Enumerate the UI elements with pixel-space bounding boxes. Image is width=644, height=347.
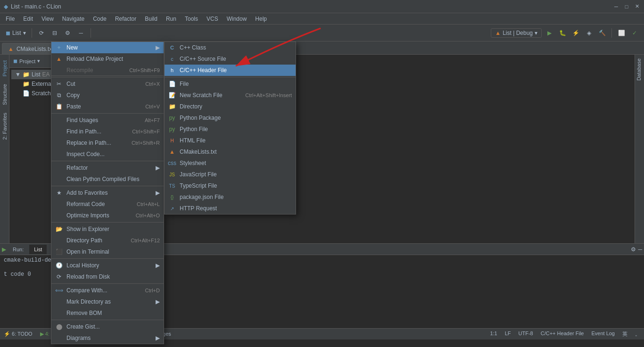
ctx-optimize[interactable]: Optimize Imports Ctrl+Alt+O xyxy=(51,210,164,221)
compare-icon: ⟺ xyxy=(55,287,63,294)
menu-navigate[interactable]: Navigate xyxy=(58,15,88,23)
ctx-replace-path[interactable]: Replace in Path... Ctrl+Shift+R xyxy=(51,137,164,149)
sep8 xyxy=(51,320,164,320)
ctx-diagrams[interactable]: Diagrams ▶ xyxy=(51,332,164,344)
ctx-mark-dir[interactable]: Mark Directory as ▶ xyxy=(51,296,164,307)
sep1 xyxy=(51,77,164,77)
compare-shortcut: Ctrl+D xyxy=(145,288,160,293)
sidebar-project[interactable]: Project xyxy=(1,57,8,80)
menu-help[interactable]: Help xyxy=(251,15,271,23)
sidebar-favorites[interactable]: 2: Favorites xyxy=(1,109,8,143)
submenu-python-file[interactable]: py Python File xyxy=(165,124,296,135)
ctx-copy[interactable]: ⧉ Copy xyxy=(51,90,164,101)
sidebar-database[interactable]: Database xyxy=(635,55,644,84)
minimize-panel-button[interactable]: ─ xyxy=(75,27,87,39)
status-event-log[interactable]: Event Log xyxy=(591,330,615,338)
mark-dir-arrow: ▶ xyxy=(156,298,160,305)
submenu-package-json-label: package.json File xyxy=(180,194,223,200)
sync-button[interactable]: ⟳ xyxy=(36,27,47,39)
profile-button[interactable]: ◈ xyxy=(583,27,594,39)
bottom-tab-run[interactable]: Run: xyxy=(8,245,28,254)
refactor-arrow: ▶ xyxy=(156,165,160,171)
submenu-cmake[interactable]: ▲ CMakeLists.txt xyxy=(165,146,296,157)
ctx-gist[interactable]: ⬤ Create Gist... xyxy=(51,321,164,332)
menu-window[interactable]: Window xyxy=(223,15,251,23)
submenu-cpp-class-label: C++ Class xyxy=(180,44,206,51)
run-config[interactable]: ▲ List | Debug ▾ xyxy=(491,28,542,38)
ctx-cut-label: Cut xyxy=(66,81,75,87)
ctx-show-explorer[interactable]: 📂 Show in Explorer xyxy=(51,223,164,235)
build-button[interactable]: 🔨 xyxy=(596,27,608,39)
ctx-copy-label: Copy xyxy=(66,92,80,99)
tree-label-scratches: Scratch xyxy=(32,90,51,97)
menu-edit[interactable]: Edit xyxy=(19,15,37,23)
minimize-button[interactable]: ─ xyxy=(613,3,619,10)
ctx-find-usages[interactable]: Find Usages Alt+F7 xyxy=(51,115,164,126)
ctx-inspect[interactable]: Inspect Code... xyxy=(51,149,164,160)
new-arrow: ▶ xyxy=(156,44,160,51)
ctx-new[interactable]: ✦ New ▶ xyxy=(51,42,164,53)
menu-file[interactable]: File xyxy=(2,15,18,23)
expand-button[interactable]: ⬜ xyxy=(616,27,627,39)
find-usages-icon xyxy=(55,116,63,124)
close-button[interactable]: ✕ xyxy=(634,3,640,10)
ctx-find-path[interactable]: Find in Path... Ctrl+Shift+F xyxy=(51,126,164,137)
menu-view[interactable]: View xyxy=(38,15,58,23)
maximize-button[interactable]: □ xyxy=(623,3,630,10)
submenu-scratch[interactable]: 📝 New Scratch File Ctrl+Alt+Shift+Insert xyxy=(165,90,296,101)
submenu-directory[interactable]: 📁 Directory xyxy=(165,101,296,112)
status-todo[interactable]: ⚡ 6: TODO xyxy=(4,331,33,337)
sep7 xyxy=(51,283,164,284)
submenu-typescript[interactable]: TS TypeScript File xyxy=(165,180,296,191)
ctx-find-path-label: Find in Path... xyxy=(66,128,101,135)
sidebar-structure[interactable]: Structure xyxy=(1,80,8,109)
ctx-recompile[interactable]: Recompile Ctrl+Shift+F9 xyxy=(51,65,164,76)
ctx-inspect-label: Inspect Code... xyxy=(66,151,105,157)
debug-button[interactable]: 🐛 xyxy=(557,27,568,39)
ctx-local-history[interactable]: 🕐 Local History ▶ xyxy=(51,260,164,271)
collapse-button[interactable]: ⊟ xyxy=(49,27,60,39)
menu-vcs[interactable]: VCS xyxy=(203,15,222,23)
ctx-favorites[interactable]: ★ Add to Favorites ▶ xyxy=(51,187,164,198)
tree-arrow-list: ▼ xyxy=(15,71,21,78)
ctx-clean-python[interactable]: Clean Python Compiled Files xyxy=(51,174,164,185)
ctx-compare[interactable]: ⟺ Compare With... Ctrl+D xyxy=(51,285,164,296)
submenu-stylesheet-label: Stylesheet xyxy=(180,160,206,166)
close-bottom[interactable]: ─ xyxy=(638,246,642,253)
optimize-icon xyxy=(55,212,63,219)
submenu-python-package[interactable]: py Python Package xyxy=(165,112,296,124)
menu-run[interactable]: Run xyxy=(162,15,180,23)
ctx-paste[interactable]: 📋 Paste Ctrl+V xyxy=(51,101,164,112)
menu-refactor[interactable]: Refactor xyxy=(111,15,140,23)
ctx-reload-disk[interactable]: ⟳ Reload from Disk xyxy=(51,271,164,282)
submenu-http[interactable]: ↗ HTTP Request xyxy=(165,203,296,214)
ctx-refactor[interactable]: Refactor ▶ xyxy=(51,162,164,174)
submenu-html[interactable]: H HTML File xyxy=(165,135,296,146)
run-button[interactable]: ▶ xyxy=(544,27,555,39)
replace-path-icon xyxy=(55,139,63,147)
ctx-reload-cmake[interactable]: ▲ Reload CMake Project xyxy=(51,53,164,65)
ctx-reformat[interactable]: Reformat Code Ctrl+Alt+L xyxy=(51,198,164,210)
ctx-remove-bom[interactable]: Remove BOM xyxy=(51,307,164,319)
ctx-cut[interactable]: ✂ Cut Ctrl+X xyxy=(51,78,164,90)
git-check[interactable]: ✓ xyxy=(629,27,640,39)
project-dropdown[interactable]: ◼ List ▾ xyxy=(4,27,28,39)
menu-tools[interactable]: Tools xyxy=(181,15,202,23)
ctx-dir-path[interactable]: Directory Path Ctrl+Alt+F12 xyxy=(51,235,164,246)
status-lf: LF xyxy=(505,330,511,338)
dir-path-shortcut: Ctrl+Alt+F12 xyxy=(131,238,160,243)
ctx-terminal[interactable]: ⬛ Open in Terminal xyxy=(51,246,164,257)
title-bar-controls: ─ □ ✕ xyxy=(613,3,640,10)
bottom-tab-list[interactable]: List xyxy=(29,245,47,254)
submenu-javascript[interactable]: JS JavaScript File xyxy=(165,169,296,180)
settings-bottom[interactable]: ⚙ xyxy=(631,246,636,253)
menu-build[interactable]: Build xyxy=(141,15,161,23)
settings-button[interactable]: ⚙ xyxy=(62,27,74,39)
project-header-icon: ◼ xyxy=(13,58,17,64)
submenu-stylesheet[interactable]: css Stylesheet xyxy=(165,157,296,169)
menu-code[interactable]: Code xyxy=(89,15,110,23)
submenu-package-json[interactable]: {} package.json File xyxy=(165,191,296,203)
cpp-class-icon: C xyxy=(168,44,176,51)
status-charset: UTF-8 xyxy=(519,330,533,338)
coverage-button[interactable]: ⚡ xyxy=(570,27,581,39)
